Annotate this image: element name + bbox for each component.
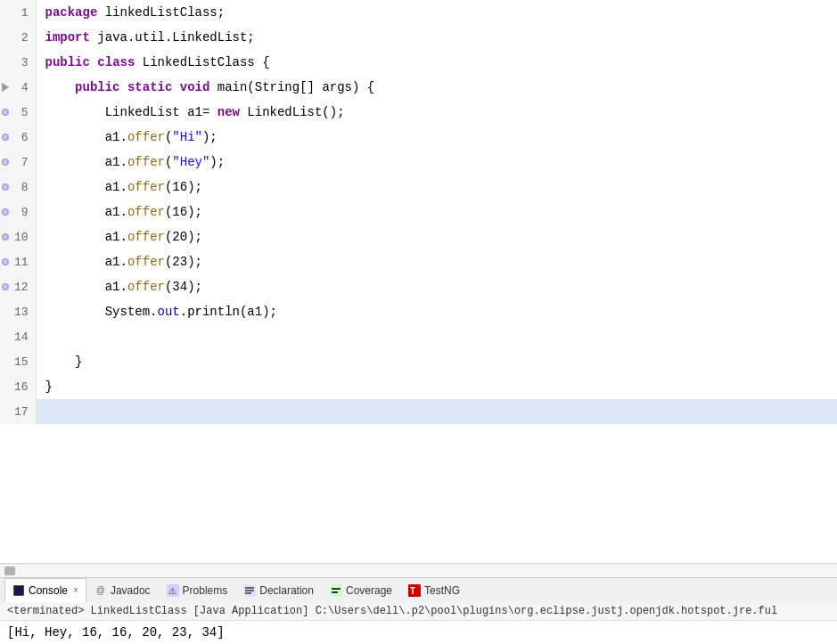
line-num-15: 15 — [0, 349, 36, 374]
code-line-16: } — [36, 374, 837, 399]
tab-label-console: Console — [29, 584, 68, 597]
code-line-13: System.out.println(a1); — [36, 299, 837, 324]
tab-label-problems: Problems — [183, 584, 228, 597]
line-num-10: 10 — [0, 224, 36, 249]
tab-icon-javadoc: @ — [94, 584, 107, 597]
code-line-9: a1.offer(16); — [36, 200, 837, 224]
tab-console[interactable]: Console× — [4, 578, 86, 602]
svg-rect-8 — [330, 584, 342, 597]
code-line-4: public static void main(String[] args) { — [36, 75, 837, 100]
editor-area: 1package linkedListClass;2import java.ut… — [0, 0, 837, 577]
tab-label-declaration: Declaration — [259, 584, 314, 597]
code-line-1: package linkedListClass; — [36, 0, 837, 25]
code-line-11: a1.offer(23); — [36, 249, 837, 274]
code-line-14 — [36, 324, 837, 349]
tab-close-console[interactable]: × — [73, 585, 78, 595]
line-num-4: 4 — [0, 75, 36, 100]
code-line-17 — [36, 399, 837, 424]
svg-rect-10 — [332, 591, 338, 593]
line-num-12: 12 — [0, 274, 36, 299]
line-num-7: 7 — [0, 150, 36, 175]
line-num-3: 3 — [0, 50, 36, 75]
line-num-2: 2 — [0, 25, 36, 50]
code-line-7: a1.offer("Hey"); — [36, 150, 837, 175]
line-num-13: 13 — [0, 299, 36, 324]
code-line-15: } — [36, 349, 837, 374]
tab-icon-problems: ⚠ — [167, 584, 179, 597]
code-line-8: a1.offer(16); — [36, 175, 837, 200]
line-num-16: 16 — [0, 374, 36, 399]
code-line-3: public class LinkedListClass { — [36, 50, 837, 75]
code-table: 1package linkedListClass;2import java.ut… — [0, 0, 837, 424]
scroll-thumb[interactable] — [4, 567, 15, 575]
svg-rect-1 — [14, 586, 23, 595]
tab-icon-coverage — [330, 584, 342, 597]
line-num-5: 5 — [0, 100, 36, 125]
tab-icon-console — [12, 584, 25, 597]
tab-declaration[interactable]: Declaration — [235, 578, 322, 602]
editor-scrollbar[interactable] — [0, 563, 837, 577]
svg-text:T: T — [410, 586, 415, 596]
line-num-6: 6 — [0, 125, 36, 150]
console-terminated-text: <terminated> LinkedListClass [Java Appli… — [0, 602, 837, 621]
tab-icon-declaration — [243, 584, 256, 597]
code-line-10: a1.offer(20); — [36, 224, 837, 249]
line-num-14: 14 — [0, 324, 36, 349]
svg-text:⚠: ⚠ — [168, 586, 176, 596]
line-num-17: 17 — [0, 399, 36, 424]
tab-icon-testng: T — [408, 584, 421, 597]
code-line-5: LinkedList a1= new LinkedList(); — [36, 100, 837, 125]
console-output: [Hi, Hey, 16, 16, 20, 23, 34] — [0, 621, 837, 644]
tab-testng[interactable]: TTestNG — [400, 578, 468, 602]
tab-coverage[interactable]: Coverage — [322, 578, 400, 602]
line-num-1: 1 — [0, 0, 36, 25]
tab-label-testng: TestNG — [424, 584, 460, 597]
tab-label-javadoc: Javadoc — [111, 584, 151, 597]
code-line-2: import java.util.LinkedList; — [36, 25, 837, 50]
line-num-9: 9 — [0, 200, 36, 224]
tab-label-coverage: Coverage — [346, 584, 392, 597]
line-num-11: 11 — [0, 249, 36, 274]
svg-rect-9 — [332, 588, 341, 590]
code-line-6: a1.offer("Hi"); — [36, 125, 837, 150]
code-line-12: a1.offer(34); — [36, 274, 837, 299]
code-container[interactable]: 1package linkedListClass;2import java.ut… — [0, 0, 837, 563]
console-area: <terminated> LinkedListClass [Java Appli… — [0, 602, 837, 644]
bottom-tabs: Console×@Javadoc⚠ProblemsDeclarationCove… — [0, 577, 837, 602]
tab-problems[interactable]: ⚠Problems — [159, 578, 236, 602]
tab-javadoc[interactable]: @Javadoc — [86, 578, 159, 602]
line-num-8: 8 — [0, 175, 36, 200]
